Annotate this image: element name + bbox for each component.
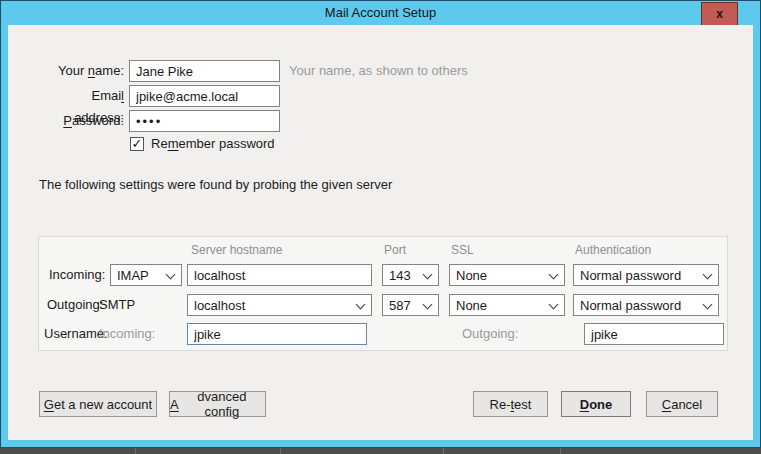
- outgoing-row-label: Outgoing:: [47, 294, 103, 316]
- close-button[interactable]: x: [701, 2, 738, 26]
- screen: Mail Account Setup x Your name: Your nam…: [0, 0, 761, 454]
- label-part: Emai: [91, 88, 121, 103]
- label-accesskey: G: [44, 397, 54, 412]
- label-part: est: [514, 397, 531, 412]
- selected-value: 587: [389, 298, 411, 313]
- close-icon: x: [716, 7, 723, 21]
- label-part: Re: [151, 136, 168, 151]
- outgoing-ssl-select[interactable]: None: [449, 294, 565, 316]
- label-part: ame:: [95, 63, 124, 78]
- chevron-down-icon: [356, 300, 366, 310]
- remember-password-label[interactable]: Remember password: [151, 134, 275, 154]
- outgoing-port-select[interactable]: 587: [382, 294, 439, 316]
- authentication-header: Authentication: [575, 242, 651, 258]
- label-accesskey: l: [121, 88, 124, 103]
- label-part: Re-: [490, 397, 511, 412]
- selected-value: IMAP: [117, 268, 149, 283]
- selected-value: localhost: [194, 298, 245, 313]
- incoming-auth-select[interactable]: Normal password: [573, 264, 719, 286]
- label-accesskey: C: [662, 397, 671, 412]
- label-accesskey: D: [580, 397, 589, 412]
- server-settings-group: Server hostname Port SSL Authentication …: [38, 236, 728, 351]
- remember-password-checkbox[interactable]: ✓: [130, 137, 144, 151]
- retest-button[interactable]: Re-test: [473, 391, 548, 417]
- checkmark-icon: ✓: [132, 137, 143, 150]
- label-part: one: [589, 397, 612, 412]
- label-part: assword:: [72, 113, 124, 128]
- titlebar[interactable]: Mail Account Setup x: [1, 1, 760, 24]
- get-new-account-button[interactable]: Get a new account: [39, 391, 157, 417]
- selected-value: 143: [389, 268, 411, 283]
- chevron-down-icon: [549, 300, 559, 310]
- advanced-config-button[interactable]: Advanced config: [169, 391, 266, 417]
- probe-status-text: The following settings were found by pro…: [39, 175, 392, 195]
- label-part: Your: [58, 63, 88, 78]
- label-accesskey: m: [168, 136, 179, 151]
- incoming-protocol-select[interactable]: IMAP: [110, 264, 182, 286]
- incoming-ssl-select[interactable]: None: [449, 264, 565, 286]
- dialog-title: Mail Account Setup: [325, 5, 436, 20]
- label-part: dvanced config: [179, 389, 265, 419]
- selected-value: Normal password: [580, 298, 681, 313]
- incoming-port-select[interactable]: 143: [382, 264, 439, 286]
- incoming-username-input[interactable]: [187, 323, 367, 345]
- your-name-input[interactable]: [129, 60, 280, 82]
- chevron-down-icon: [166, 270, 176, 280]
- cancel-button[interactable]: Cancel: [646, 391, 718, 417]
- selected-value: Normal password: [580, 268, 681, 283]
- chevron-down-icon: [703, 270, 713, 280]
- chevron-down-icon: [423, 270, 433, 280]
- your-name-hint: Your name, as shown to others: [289, 60, 468, 82]
- outgoing-username-input[interactable]: [584, 323, 724, 345]
- incoming-row-label: Incoming:: [49, 264, 105, 286]
- mail-account-setup-dialog: Mail Account Setup x Your name: Your nam…: [0, 0, 761, 448]
- selected-value: None: [456, 268, 487, 283]
- port-header: Port: [384, 242, 406, 258]
- label-accesskey: P: [63, 113, 72, 128]
- chevron-down-icon: [703, 300, 713, 310]
- incoming-hostname-input[interactable]: [187, 264, 372, 286]
- username-outgoing-label: Outgoing:: [462, 323, 518, 345]
- outgoing-auth-select[interactable]: Normal password: [573, 294, 719, 316]
- username-incoming-label: Incoming:: [99, 323, 155, 345]
- chevron-down-icon: [549, 270, 559, 280]
- done-button[interactable]: Done: [561, 391, 631, 417]
- your-name-label: Your name:: [39, 60, 124, 82]
- label-part: ember password: [178, 136, 274, 151]
- password-label: Password:: [39, 110, 124, 132]
- outgoing-protocol-text: SMTP: [99, 294, 135, 316]
- chevron-down-icon: [423, 300, 433, 310]
- label-part: et a new account: [54, 397, 152, 412]
- email-address-input[interactable]: [129, 85, 280, 107]
- label-accesskey: A: [170, 397, 179, 412]
- label-accesskey: n: [88, 63, 95, 78]
- dialog-content: Your name: Your name, as shown to others…: [8, 25, 753, 440]
- server-hostname-header: Server hostname: [191, 242, 282, 258]
- password-input[interactable]: [129, 110, 280, 132]
- ssl-header: SSL: [451, 242, 474, 258]
- label-part: ancel: [671, 397, 702, 412]
- outgoing-hostname-select[interactable]: localhost: [187, 294, 372, 316]
- selected-value: None: [456, 298, 487, 313]
